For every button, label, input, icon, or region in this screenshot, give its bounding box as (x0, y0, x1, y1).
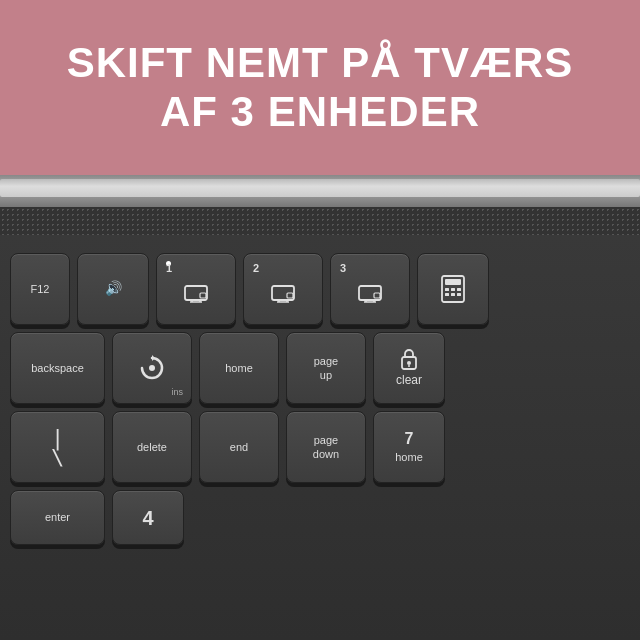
key-device-3[interactable]: 3 (330, 253, 410, 325)
keyboard-mesh (0, 207, 640, 235)
device-3-number: 3 (340, 262, 346, 274)
header-title: SKIFT NEMT PÅ TVÆRS AF 3 ENHEDER (67, 39, 574, 136)
key-backslash[interactable]: | \ (10, 411, 105, 483)
device-1-number: 1 (166, 262, 172, 274)
header-line1: SKIFT NEMT PÅ TVÆRS (67, 39, 574, 86)
key-ins-label: ins (171, 387, 183, 397)
key-backspace-label: backspace (31, 361, 84, 375)
ins-rotate-icon (138, 354, 166, 382)
svg-rect-4 (200, 293, 206, 298)
keys-area: F12 🔊 1 2 (0, 235, 640, 562)
key-delete-label: delete (137, 440, 167, 454)
svg-rect-17 (445, 288, 449, 291)
key-device-1[interactable]: 1 (156, 253, 236, 325)
key-enter[interactable]: enter (10, 490, 105, 545)
header-banner: SKIFT NEMT PÅ TVÆRS AF 3 ENHEDER (0, 0, 640, 175)
volume-icon: 🔊 (105, 280, 122, 296)
key-7-label: 7 (405, 429, 414, 450)
key-calculator[interactable] (417, 253, 489, 325)
key-end[interactable]: end (199, 411, 279, 483)
key-row-2: backspace ins home pageup (10, 332, 630, 404)
svg-rect-18 (451, 288, 455, 291)
keyboard-metal-strip (0, 175, 640, 207)
key-4[interactable]: 4 (112, 490, 184, 545)
lock-icon (399, 348, 419, 370)
svg-point-24 (149, 365, 155, 371)
key-pageup-label: pageup (314, 354, 338, 383)
key-4-label: 4 (142, 505, 153, 531)
svg-marker-23 (152, 355, 155, 361)
device-3-monitor-icon (358, 285, 382, 303)
device-2-number: 2 (253, 262, 259, 274)
calculator-icon (440, 275, 466, 303)
svg-rect-9 (287, 293, 293, 298)
svg-point-26 (407, 361, 411, 365)
key-row-1: F12 🔊 1 2 (10, 253, 630, 325)
svg-rect-16 (445, 279, 461, 285)
svg-rect-22 (457, 293, 461, 296)
key-device-2[interactable]: 2 (243, 253, 323, 325)
header-line2: AF 3 ENHEDER (160, 88, 480, 135)
key-end-label: end (230, 440, 248, 454)
key-clear-label: clear (396, 373, 422, 389)
main-container: SKIFT NEMT PÅ TVÆRS AF 3 ENHEDER F12 🔊 1 (0, 0, 640, 640)
key-enter-label: enter (45, 510, 70, 524)
key-row-4: enter 4 (10, 490, 630, 545)
key-f12-label: F12 (31, 282, 50, 296)
svg-rect-19 (457, 288, 461, 291)
device-2-monitor-icon (271, 285, 295, 303)
keyboard-image: F12 🔊 1 2 (0, 175, 640, 640)
key-backspace[interactable]: backspace (10, 332, 105, 404)
key-delete[interactable]: delete (112, 411, 192, 483)
svg-rect-14 (374, 293, 380, 298)
key-clear[interactable]: clear (373, 332, 445, 404)
svg-rect-20 (445, 293, 449, 296)
key-row-3: | \ delete end pagedown 7 home (10, 411, 630, 483)
key-ins[interactable]: ins (112, 332, 192, 404)
key-f12[interactable]: F12 (10, 253, 70, 325)
svg-rect-21 (451, 293, 455, 296)
key-home[interactable]: home (199, 332, 279, 404)
key-volume[interactable]: 🔊 (77, 253, 149, 325)
key-pagedown-label: pagedown (313, 433, 339, 462)
key-page-down[interactable]: pagedown (286, 411, 366, 483)
backslash-char: \ (51, 445, 64, 470)
key-7-home[interactable]: 7 home (373, 411, 445, 483)
key-home-label: home (225, 361, 253, 375)
key-page-up[interactable]: pageup (286, 332, 366, 404)
key-7-sublabel: home (395, 450, 423, 464)
device-1-monitor-icon (184, 285, 208, 303)
